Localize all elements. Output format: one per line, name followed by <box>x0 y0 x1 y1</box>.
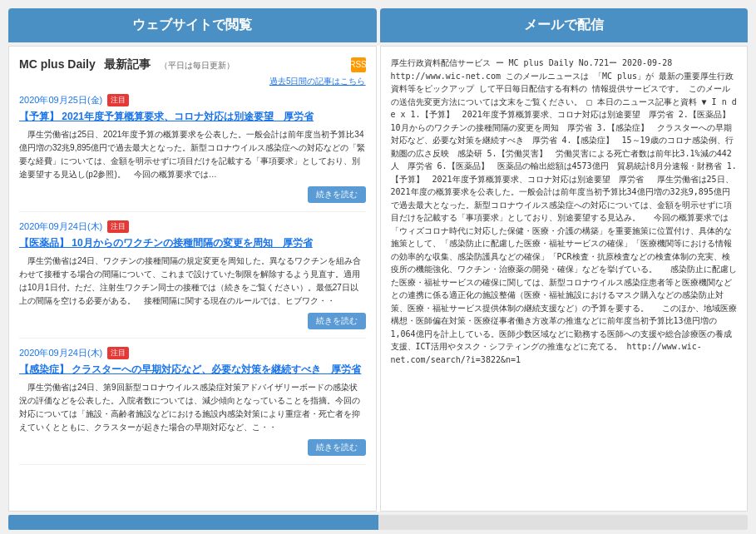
article-1-read-more[interactable]: 続きを読む <box>308 186 366 203</box>
article-1-body: 厚生労働省は25日、2021年度予算の概算要求を公表した。一般会計は前年度当初予… <box>19 128 366 181</box>
archive-link-text: 過去5日間の記事はこちら <box>269 77 366 86</box>
mc-latest: 最新記事 <box>104 57 151 71</box>
mc-header: MC plus Daily 最新記事 （平日は毎日更新） RSS <box>19 57 366 72</box>
article-3-date-row: 2020年09月24日(木) 注目 <box>19 347 366 359</box>
article-3-badge: 注目 <box>107 347 129 359</box>
article-1: 2020年09月25日(金) 注目 【予算】 2021年度予算概算要求、コロナ対… <box>19 94 366 212</box>
article-3: 2020年09月24日(木) 注目 【感染症】 クラスターへの早期対応など、必要… <box>19 347 366 465</box>
article-2-title[interactable]: 【医薬品】 10月からのワクチンの接種間隔の変更を周知 厚労省 <box>19 235 366 250</box>
article-2-read-more[interactable]: 続きを読む <box>308 313 366 329</box>
article-2-badge: 注目 <box>107 220 129 233</box>
email-header: メールで配信 <box>380 8 749 42</box>
article-1-date: 2020年09月25日(金) <box>19 94 102 106</box>
ratio-container: Ratio <box>8 515 748 534</box>
article-2-body: 厚生労働省は24日、ワクチンの接種間隔の規定変更を周知した。異なるワクチンを組み… <box>19 255 366 308</box>
article-3-title[interactable]: 【感染症】 クラスターへの早期対応など、必要な対策を継続すべき 厚労省 <box>19 362 366 377</box>
ratio-bar <box>8 515 748 530</box>
email-header-label: メールで配信 <box>524 17 604 32</box>
email-body: 厚生行政資料配信サービス ー MC plus Daily No.721ー 202… <box>391 57 738 366</box>
article-3-date: 2020年09月24日(木) <box>19 347 102 359</box>
article-2-date: 2020年09月24日(木) <box>19 220 102 233</box>
header-row: ウェブサイトで閲覧 メールで配信 <box>8 8 748 42</box>
mc-note: （平日は毎日更新） <box>160 61 235 70</box>
web-header-label: ウェブサイトで閲覧 <box>132 17 252 32</box>
article-3-read-more[interactable]: 続きを読む <box>308 439 366 456</box>
web-panel: MC plus Daily 最新記事 （平日は毎日更新） RSS 過去5日間の記… <box>8 46 377 512</box>
main-container: ウェブサイトで閲覧 メールで配信 MC plus Daily 最新記事 （平日は… <box>8 8 748 534</box>
mc-title-group: MC plus Daily 最新記事 （平日は毎日更新） <box>19 57 235 72</box>
archive-link[interactable]: 過去5日間の記事はこちら <box>19 76 366 87</box>
web-header: ウェブサイトで閲覧 <box>8 8 377 42</box>
article-1-badge: 注目 <box>107 94 129 106</box>
article-1-title[interactable]: 【予算】 2021年度予算概算要求、コロナ対応は別途要望 厚労省 <box>19 109 366 124</box>
rss-icon[interactable]: RSS <box>351 57 366 72</box>
article-1-date-row: 2020年09月25日(金) 注目 <box>19 94 366 106</box>
content-row: MC plus Daily 最新記事 （平日は毎日更新） RSS 過去5日間の記… <box>8 46 748 512</box>
email-panel: 厚生行政資料配信サービス ー MC plus Daily No.721ー 202… <box>380 46 749 512</box>
article-2: 2020年09月24日(木) 注目 【医薬品】 10月からのワクチンの接種間隔の… <box>19 220 366 339</box>
article-2-date-row: 2020年09月24日(木) 注目 <box>19 220 366 233</box>
ratio-fill <box>8 515 378 530</box>
article-3-body: 厚生労働省は24日、第9回新型コロナウイルス感染症対策アドバイザリーボードの感染… <box>19 381 366 434</box>
rss-icon-label: RSS <box>349 60 367 69</box>
mc-title: MC plus Daily <box>19 57 96 71</box>
